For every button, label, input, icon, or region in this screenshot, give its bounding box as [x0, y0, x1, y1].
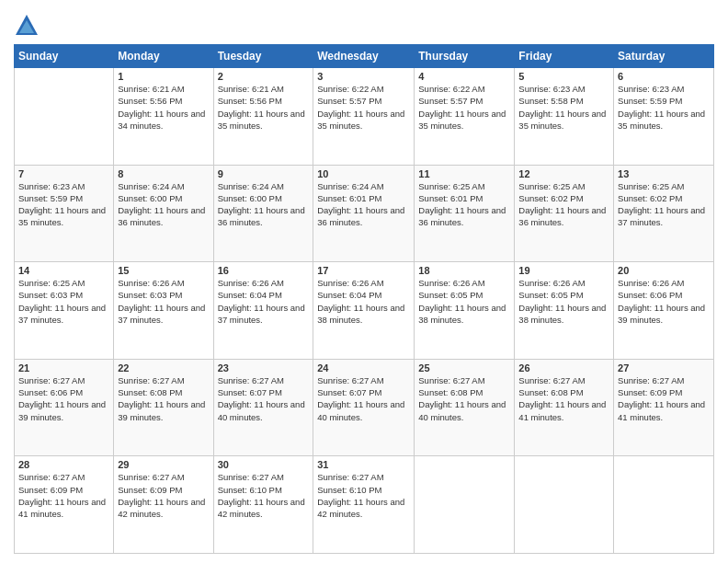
calendar-cell: [515, 456, 614, 554]
day-info: Sunrise: 6:25 AMSunset: 6:03 PMDaylight:…: [18, 277, 109, 326]
day-info: Sunrise: 6:26 AMSunset: 6:05 PMDaylight:…: [418, 277, 510, 326]
calendar-cell: 15Sunrise: 6:26 AMSunset: 6:03 PMDayligh…: [114, 262, 213, 360]
day-number: 16: [218, 265, 310, 276]
week-row-4: 21Sunrise: 6:27 AMSunset: 6:06 PMDayligh…: [15, 359, 714, 456]
day-number: 9: [218, 168, 310, 179]
day-info: Sunrise: 6:27 AMSunset: 6:07 PMDaylight:…: [218, 374, 310, 423]
column-header-sunday: Sunday: [15, 45, 114, 68]
calendar-cell: [415, 456, 515, 554]
calendar-cell: 26Sunrise: 6:27 AMSunset: 6:08 PMDayligh…: [515, 359, 614, 456]
day-number: 31: [317, 459, 410, 470]
day-number: 17: [317, 265, 410, 276]
header: [14, 9, 714, 39]
calendar-cell: 14Sunrise: 6:25 AMSunset: 6:03 PMDayligh…: [15, 262, 114, 360]
day-number: 2: [218, 71, 310, 82]
day-number: 30: [218, 459, 310, 470]
calendar-cell: 18Sunrise: 6:26 AMSunset: 6:05 PMDayligh…: [415, 262, 515, 360]
day-number: 27: [618, 362, 710, 373]
calendar-cell: 16Sunrise: 6:26 AMSunset: 6:04 PMDayligh…: [213, 262, 313, 360]
logo-icon: [14, 13, 40, 39]
day-number: 21: [18, 362, 109, 373]
calendar-cell: 21Sunrise: 6:27 AMSunset: 6:06 PMDayligh…: [15, 359, 114, 456]
day-info: Sunrise: 6:23 AMSunset: 5:59 PMDaylight:…: [18, 180, 109, 229]
day-info: Sunrise: 6:25 AMSunset: 6:02 PMDaylight:…: [518, 180, 609, 229]
logo: [14, 13, 43, 39]
calendar-cell: 27Sunrise: 6:27 AMSunset: 6:09 PMDayligh…: [614, 359, 714, 456]
calendar-cell: 4Sunrise: 6:22 AMSunset: 5:57 PMDaylight…: [415, 68, 515, 166]
day-number: 7: [18, 168, 109, 179]
calendar-cell: 25Sunrise: 6:27 AMSunset: 6:08 PMDayligh…: [415, 359, 515, 456]
calendar-cell: [614, 456, 714, 554]
week-row-1: 1Sunrise: 6:21 AMSunset: 5:56 PMDaylight…: [15, 68, 714, 166]
day-info: Sunrise: 6:27 AMSunset: 6:10 PMDaylight:…: [218, 471, 310, 520]
calendar-cell: 19Sunrise: 6:26 AMSunset: 6:05 PMDayligh…: [515, 262, 614, 360]
calendar-cell: 7Sunrise: 6:23 AMSunset: 5:59 PMDaylight…: [15, 165, 114, 262]
day-number: 22: [118, 362, 209, 373]
day-number: 20: [618, 265, 710, 276]
day-info: Sunrise: 6:27 AMSunset: 6:08 PMDaylight:…: [518, 374, 609, 423]
calendar-cell: 10Sunrise: 6:24 AMSunset: 6:01 PMDayligh…: [313, 165, 415, 262]
column-header-friday: Friday: [515, 45, 614, 68]
day-info: Sunrise: 6:26 AMSunset: 6:05 PMDaylight:…: [518, 277, 609, 326]
day-info: Sunrise: 6:27 AMSunset: 6:09 PMDaylight:…: [118, 471, 209, 520]
day-number: 1: [118, 71, 209, 82]
week-row-5: 28Sunrise: 6:27 AMSunset: 6:09 PMDayligh…: [15, 456, 714, 554]
page: SundayMondayTuesdayWednesdayThursdayFrid…: [0, 0, 728, 563]
day-number: 18: [418, 265, 510, 276]
day-number: 14: [18, 265, 109, 276]
day-info: Sunrise: 6:27 AMSunset: 6:09 PMDaylight:…: [618, 374, 710, 423]
day-info: Sunrise: 6:23 AMSunset: 5:59 PMDaylight:…: [618, 83, 710, 132]
day-info: Sunrise: 6:26 AMSunset: 6:04 PMDaylight:…: [218, 277, 310, 326]
day-number: 23: [218, 362, 310, 373]
day-info: Sunrise: 6:24 AMSunset: 6:00 PMDaylight:…: [118, 180, 209, 229]
calendar-cell: 29Sunrise: 6:27 AMSunset: 6:09 PMDayligh…: [114, 456, 213, 554]
day-info: Sunrise: 6:27 AMSunset: 6:08 PMDaylight:…: [118, 374, 209, 423]
day-number: 29: [118, 459, 209, 470]
day-info: Sunrise: 6:22 AMSunset: 5:57 PMDaylight:…: [317, 83, 410, 132]
calendar-cell: 23Sunrise: 6:27 AMSunset: 6:07 PMDayligh…: [213, 359, 313, 456]
day-number: 15: [118, 265, 209, 276]
column-header-thursday: Thursday: [415, 45, 515, 68]
calendar-cell: [15, 68, 114, 166]
day-number: 8: [118, 168, 209, 179]
day-info: Sunrise: 6:27 AMSunset: 6:07 PMDaylight:…: [317, 374, 410, 423]
day-number: 11: [418, 168, 510, 179]
day-info: Sunrise: 6:26 AMSunset: 6:06 PMDaylight:…: [618, 277, 710, 326]
day-info: Sunrise: 6:27 AMSunset: 6:10 PMDaylight:…: [317, 471, 410, 520]
day-info: Sunrise: 6:26 AMSunset: 6:04 PMDaylight:…: [317, 277, 410, 326]
day-number: 26: [518, 362, 609, 373]
day-info: Sunrise: 6:24 AMSunset: 6:01 PMDaylight:…: [317, 180, 410, 229]
calendar-cell: 11Sunrise: 6:25 AMSunset: 6:01 PMDayligh…: [415, 165, 515, 262]
calendar-cell: 9Sunrise: 6:24 AMSunset: 6:00 PMDaylight…: [213, 165, 313, 262]
calendar-cell: 2Sunrise: 6:21 AMSunset: 5:56 PMDaylight…: [213, 68, 313, 166]
day-info: Sunrise: 6:27 AMSunset: 6:09 PMDaylight:…: [18, 471, 109, 520]
day-info: Sunrise: 6:26 AMSunset: 6:03 PMDaylight:…: [118, 277, 209, 326]
column-header-tuesday: Tuesday: [213, 45, 313, 68]
column-header-wednesday: Wednesday: [313, 45, 415, 68]
calendar-cell: 3Sunrise: 6:22 AMSunset: 5:57 PMDaylight…: [313, 68, 415, 166]
calendar-cell: 17Sunrise: 6:26 AMSunset: 6:04 PMDayligh…: [313, 262, 415, 360]
day-info: Sunrise: 6:25 AMSunset: 6:01 PMDaylight:…: [418, 180, 510, 229]
day-number: 24: [317, 362, 410, 373]
calendar-cell: 8Sunrise: 6:24 AMSunset: 6:00 PMDaylight…: [114, 165, 213, 262]
day-number: 28: [18, 459, 109, 470]
day-info: Sunrise: 6:25 AMSunset: 6:02 PMDaylight:…: [618, 180, 710, 229]
day-info: Sunrise: 6:22 AMSunset: 5:57 PMDaylight:…: [418, 83, 510, 132]
day-number: 6: [618, 71, 710, 82]
calendar-cell: 13Sunrise: 6:25 AMSunset: 6:02 PMDayligh…: [614, 165, 714, 262]
day-info: Sunrise: 6:27 AMSunset: 6:06 PMDaylight:…: [18, 374, 109, 423]
day-number: 12: [518, 168, 609, 179]
calendar-cell: 12Sunrise: 6:25 AMSunset: 6:02 PMDayligh…: [515, 165, 614, 262]
column-header-saturday: Saturday: [614, 45, 714, 68]
day-info: Sunrise: 6:24 AMSunset: 6:00 PMDaylight:…: [218, 180, 310, 229]
day-info: Sunrise: 6:21 AMSunset: 5:56 PMDaylight:…: [118, 83, 209, 132]
calendar-cell: 20Sunrise: 6:26 AMSunset: 6:06 PMDayligh…: [614, 262, 714, 360]
calendar-cell: 24Sunrise: 6:27 AMSunset: 6:07 PMDayligh…: [313, 359, 415, 456]
day-info: Sunrise: 6:27 AMSunset: 6:08 PMDaylight:…: [418, 374, 510, 423]
calendar-cell: 28Sunrise: 6:27 AMSunset: 6:09 PMDayligh…: [15, 456, 114, 554]
day-info: Sunrise: 6:21 AMSunset: 5:56 PMDaylight:…: [218, 83, 310, 132]
column-header-monday: Monday: [114, 45, 213, 68]
day-number: 3: [317, 71, 410, 82]
calendar-body: 1Sunrise: 6:21 AMSunset: 5:56 PMDaylight…: [15, 68, 714, 554]
day-number: 4: [418, 71, 510, 82]
